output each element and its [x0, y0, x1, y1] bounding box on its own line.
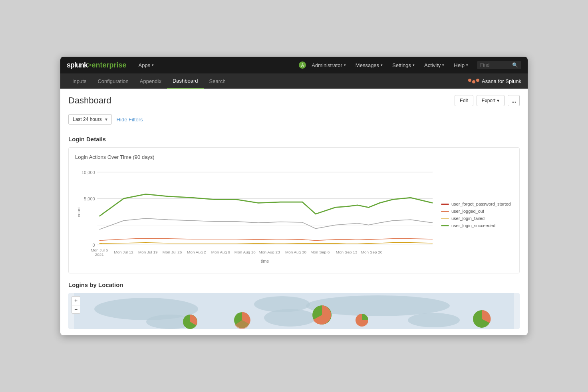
svg-text:Mon Sep 6: Mon Sep 6 — [310, 250, 330, 255]
legend-line-3 — [441, 225, 449, 226]
svg-text:2021: 2021 — [95, 252, 104, 257]
subnav-dashboard[interactable]: Dashboard — [167, 73, 204, 89]
content-inner: Dashboard Edit Export ▾ ... Last 24 hour… — [60, 89, 528, 335]
export-button[interactable]: Export ▾ — [477, 95, 505, 106]
asana-brand-label: Asana for Splunk — [482, 78, 521, 84]
admin-arrow: ▾ — [344, 63, 346, 67]
chart-legend: user_forgot_password_started user_logged… — [441, 163, 513, 266]
page-header: Dashboard Edit Export ▾ ... — [68, 95, 520, 106]
admin-avatar: A — [299, 61, 306, 69]
legend-label-3: user_login_succeeded — [451, 223, 495, 228]
legend-item-3: user_login_succeeded — [441, 223, 513, 228]
legend-label-0: user_forgot_password_started — [451, 202, 511, 206]
nav-activity[interactable]: Activity ▾ — [420, 57, 448, 73]
map-container: + − — [68, 293, 520, 329]
more-button[interactable]: ... — [508, 95, 520, 106]
asana-dot-1 — [468, 79, 471, 82]
filter-bar: Last 24 hours ▾ Hide Filters — [68, 111, 520, 128]
chart-title: Login Actions Over Time (90 days) — [75, 154, 513, 160]
svg-text:0: 0 — [93, 243, 95, 247]
help-arrow: ▾ — [466, 63, 468, 67]
legend-line-1 — [441, 211, 449, 212]
find-box: 🔍 — [477, 61, 521, 69]
legend-item-2: user_login_failed — [441, 216, 513, 221]
svg-text:time: time — [261, 259, 269, 263]
legend-label-1: user_logged_out — [451, 209, 484, 214]
legend-item-1: user_logged_out — [441, 209, 513, 214]
asana-dot-2 — [472, 80, 475, 83]
asana-brand: Asana for Splunk — [468, 78, 521, 84]
apps-arrow: ▾ — [152, 63, 154, 67]
subnav-configuration[interactable]: Configuration — [92, 73, 134, 89]
svg-text:5,000: 5,000 — [84, 196, 95, 201]
main-window: splunk>enterprise Apps ▾ A Administrator… — [60, 57, 528, 335]
svg-text:Mon Jul 19: Mon Jul 19 — [138, 250, 158, 255]
svg-text:Mon Jul 5: Mon Jul 5 — [91, 248, 108, 252]
nav-right: A Administrator ▾ Messages ▾ Settings ▾ … — [299, 57, 521, 73]
export-arrow: ▾ — [497, 98, 499, 103]
logo-enterprise-text: enterprise — [92, 61, 127, 69]
subnav-appendix[interactable]: Appendix — [134, 73, 167, 89]
nav-administrator[interactable]: Administrator ▾ — [308, 57, 350, 73]
legend-label-2: user_login_failed — [451, 216, 485, 221]
content: Dashboard Edit Export ▾ ... Last 24 hour… — [60, 89, 528, 335]
chart-area: 10,000 5,000 0 count — [75, 163, 513, 266]
header-actions: Edit Export ▾ ... — [455, 95, 520, 106]
top-nav: splunk>enterprise Apps ▾ A Administrator… — [60, 57, 528, 73]
subnav-search[interactable]: Search — [204, 73, 231, 89]
svg-text:Mon Jul 12: Mon Jul 12 — [114, 250, 133, 255]
login-details-title: Login Details — [68, 136, 520, 143]
sub-nav: Inputs Configuration Appendix Dashboard … — [60, 73, 528, 89]
legend-item-0: user_forgot_password_started — [441, 202, 513, 206]
location-section-title: Logins by Location — [68, 281, 520, 288]
login-chart-container: Login Actions Over Time (90 days) 10,000… — [68, 147, 520, 273]
time-range-select[interactable]: Last 24 hours ▾ — [68, 114, 112, 125]
nav-apps[interactable]: Apps ▾ — [135, 57, 158, 73]
legend-line-2 — [441, 218, 449, 219]
svg-text:Mon Aug 23: Mon Aug 23 — [259, 250, 280, 255]
svg-text:10,000: 10,000 — [81, 170, 95, 175]
svg-text:Mon Aug 30: Mon Aug 30 — [285, 250, 307, 255]
search-icon: 🔍 — [512, 62, 518, 68]
line-chart-svg: 10,000 5,000 0 count — [75, 163, 437, 265]
svg-text:Mon Jul 26: Mon Jul 26 — [163, 250, 182, 255]
map-pies-svg — [68, 293, 520, 329]
edit-button[interactable]: Edit — [455, 95, 473, 106]
logo: splunk>enterprise — [67, 61, 127, 69]
svg-text:Mon Aug 2: Mon Aug 2 — [187, 250, 206, 255]
hide-filters-link[interactable]: Hide Filters — [117, 117, 143, 123]
logo-splunk-text: splunk — [67, 61, 87, 69]
legend-line-0 — [441, 204, 449, 205]
messages-arrow: ▾ — [381, 63, 383, 67]
nav-help[interactable]: Help ▾ — [450, 57, 472, 73]
asana-dots — [468, 79, 479, 83]
page-title: Dashboard — [68, 95, 111, 106]
nav-settings[interactable]: Settings ▾ — [388, 57, 419, 73]
svg-text:count: count — [76, 206, 81, 217]
svg-text:Mon Aug 9: Mon Aug 9 — [211, 250, 230, 255]
svg-text:Mon Sep 20: Mon Sep 20 — [361, 250, 383, 255]
find-input[interactable] — [480, 62, 512, 68]
svg-text:Mon Sep 13: Mon Sep 13 — [336, 250, 358, 255]
logo-gt: > — [87, 61, 92, 69]
time-range-arrow: ▾ — [105, 117, 107, 122]
asana-dot-3 — [476, 79, 479, 82]
nav-messages[interactable]: Messages ▾ — [352, 57, 387, 73]
svg-text:Mon Aug 16: Mon Aug 16 — [234, 250, 256, 255]
chart-svg-wrap: 10,000 5,000 0 count — [75, 163, 437, 266]
activity-arrow: ▾ — [442, 63, 444, 67]
subnav-inputs[interactable]: Inputs — [67, 73, 92, 89]
settings-arrow: ▾ — [413, 63, 415, 67]
